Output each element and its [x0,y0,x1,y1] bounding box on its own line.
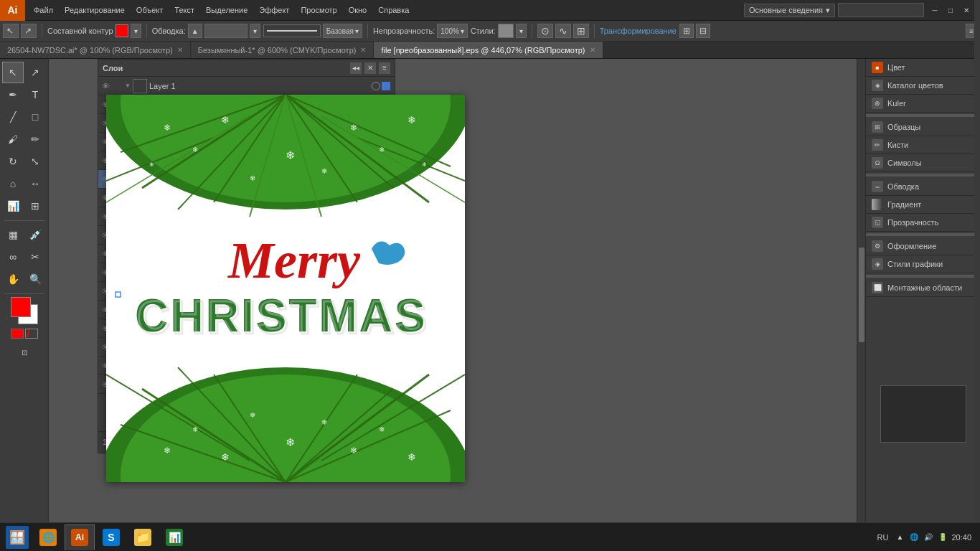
start-button[interactable]: 🪟 [3,524,32,550]
fill-btn[interactable] [11,329,24,339]
type-tool[interactable]: T [24,84,46,105]
close-button[interactable]: ✕ [958,2,974,18]
search-input[interactable] [838,3,924,17]
tab-0-close[interactable]: ✕ [177,46,183,54]
taskbar-clock: 20:40 [951,533,971,542]
tab-1[interactable]: Безымянный-1* @ 600% (CMYK/Просмотр) ✕ [191,42,374,59]
stroke-panel-header[interactable]: ═ Обводка [866,178,980,195]
screen-mode-btn[interactable]: ⊡ [14,342,35,363]
stroke-weight-up[interactable]: ▲ [188,24,202,38]
layer-square-0 [382,82,390,90]
right-section-color: ■ Цвет [866,59,980,77]
toolbar-bar: ↖ ↗ Составной контур ▾ Обводка: ▲ ▾ Базо… [0,21,980,42]
vscroll-thumb[interactable] [859,248,864,342]
graph-tool[interactable]: 📊 [2,195,24,217]
scale-tool[interactable]: ⤡ [24,151,46,172]
appearance-panel-header[interactable]: ⚙ Оформление [866,237,980,255]
taskbar-skype[interactable]: S [96,524,126,550]
menu-file[interactable]: Файл [28,3,59,17]
taskbar-extra[interactable]: 📊 [159,524,189,550]
zoom-tool[interactable]: 🔍 [24,268,46,290]
workspace-selector[interactable]: Основные сведения ▾ [744,4,835,17]
artboards-panel-header[interactable]: ⬜ Монтажные области [866,279,980,296]
paintbrush-tool[interactable]: 🖌 [2,128,24,150]
stroke-weight-dropdown[interactable] [204,24,248,38]
envelope-btn[interactable]: ⊙ [537,24,553,38]
direct-select-btn[interactable]: ↗ [21,24,37,38]
transform-btn1[interactable]: ⊞ [679,24,694,38]
toolbar-transform-tools: ⊞ ⊟ [679,24,710,38]
line-tool[interactable]: ╱ [2,106,24,128]
transform-label[interactable]: Трансформирование [600,27,677,35]
scissors-tool[interactable]: ✂ [24,246,46,268]
menu-help[interactable]: Справка [372,3,415,17]
direct-select-tool[interactable]: ↗ [24,62,46,83]
width-tool[interactable]: ↔ [24,173,46,194]
taskbar-illustrator[interactable]: Ai [65,524,95,550]
mesh-tool[interactable]: ⊞ [24,195,46,217]
catalog-icon: ◈ [872,80,883,91]
styles-btn[interactable]: ▾ [516,24,527,38]
menu-edit[interactable]: Редактирование [59,3,131,17]
svg-text:❄: ❄ [379,425,385,433]
brushes-panel-header[interactable]: ✏ Кисти [866,136,980,154]
layer-arrow-0[interactable]: ▼ [123,77,133,95]
transform-btn2[interactable]: ⊟ [696,24,710,38]
menu-window[interactable]: Окно [343,3,373,17]
menu-object[interactable]: Объект [131,3,169,17]
panel-menu-btn[interactable]: ≡ [379,62,390,74]
taskbar-explorer[interactable]: 📁 [128,524,158,550]
extra-btn[interactable]: ⊞ [573,24,589,38]
menu-select[interactable]: Выделение [200,3,253,17]
opacity-dropdown[interactable]: 100% ▾ [437,24,468,38]
right-divider-3 [866,233,980,236]
brushes-icon: ✏ [872,139,883,151]
styles-preview[interactable] [498,24,514,38]
minimize-button[interactable]: ─ [927,2,943,18]
samples-panel-header[interactable]: ⊞ Образцы [866,118,980,136]
tab-2-close[interactable]: ✕ [590,46,595,54]
maximize-button[interactable]: □ [943,2,958,18]
layer-eye-0[interactable]: 👁 [98,77,113,95]
stroke-options-btn[interactable]: ▾ [131,24,141,38]
hand-tool[interactable]: ✋ [2,268,24,290]
menu-text[interactable]: Текст [169,3,200,17]
catalog-panel-header[interactable]: ◈ Каталог цветов [866,77,980,94]
pen-tool[interactable]: ✒ [2,84,24,105]
kuler-panel-header[interactable]: ⊕ Kuler [866,95,980,112]
rotate-tool[interactable]: ↻ [2,151,24,172]
taskbar-browser[interactable]: 🌐 [33,524,63,550]
pencil-tool[interactable]: ✏ [24,128,46,150]
symbols-panel-header[interactable]: Ω Символы [866,154,980,171]
tab-0[interactable]: 26504-NW7DSC.ai* @ 100% (RGB/Просмотр) ✕ [0,42,191,59]
svg-text:❄: ❄ [379,146,385,154]
transparency-panel-header[interactable]: ◱ Прозрачность [866,214,980,231]
panel-collapse-btn[interactable]: ◂◂ [350,62,362,74]
gstyles-panel-header[interactable]: ◈ Стили графики [866,255,980,273]
gradient-panel-header[interactable]: Градиент [866,196,980,213]
taskbar-lang[interactable]: RU [875,533,892,542]
canvas-scroll-right[interactable] [857,59,865,531]
foreground-color-swatch[interactable] [11,297,31,317]
warp-tool[interactable]: ⌂ [2,173,24,194]
color-panel-header[interactable]: ■ Цвет [866,59,980,76]
select-tool-btn[interactable]: ↖ [3,24,19,38]
none-btn[interactable] [25,329,38,339]
menu-view[interactable]: Просмотр [295,3,342,17]
tab-2[interactable]: file [преобразованный].eps @ 446,07% (RG… [374,42,603,59]
layer-item-0[interactable]: 👁 ▼ Layer 1 [98,77,395,95]
canvas-area[interactable]: Слои ◂◂ ✕ ≡ 👁 ▼ Layer 1 [49,59,865,531]
rect-tool[interactable]: □ [24,106,46,128]
stroke-type-dropdown[interactable]: Базовая ▾ [323,24,362,38]
gradient-tool[interactable]: ▦ [2,224,24,245]
menu-effect[interactable]: Эффект [253,3,295,17]
blend-tool[interactable]: ∞ [2,246,24,268]
select-tool[interactable]: ↖ [2,62,24,83]
brush-btn[interactable]: ∿ [555,24,571,38]
stroke-weight-down[interactable]: ▾ [250,24,260,38]
panel-close-btn[interactable]: ✕ [364,62,376,74]
eyedropper-tool[interactable]: 💉 [24,224,46,245]
fill-stroke-row [11,329,38,339]
stroke-color-box[interactable] [116,24,128,37]
tab-1-close[interactable]: ✕ [360,46,366,54]
